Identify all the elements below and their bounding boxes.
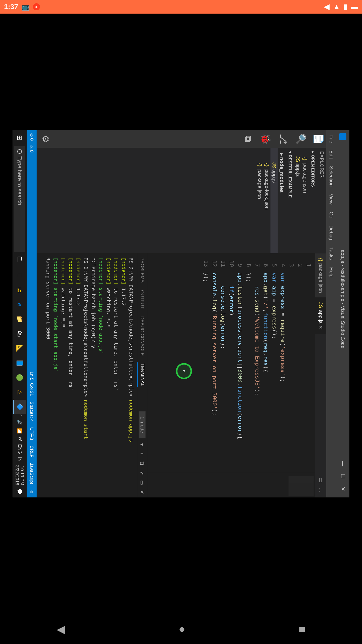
tab-file-icon: JS [318, 302, 324, 308]
menu-go[interactable]: Go [328, 209, 335, 221]
code-line[interactable]: if(error) [227, 272, 236, 472]
line-number: 1 [304, 253, 313, 267]
taskbar-app-2[interactable]: e [13, 298, 26, 312]
dropdown-icon[interactable]: ▾ [139, 443, 145, 446]
nav-recent-button[interactable]: ■ [299, 623, 305, 635]
panel-tab-problems[interactable]: PROBLEMS [137, 256, 147, 284]
tray-icon-0[interactable]: ^ [17, 414, 22, 416]
tray-time[interactable]: 10:19 PM [20, 465, 25, 485]
file-item[interactable]: {}package-lock.json [263, 148, 270, 253]
status-item[interactable]: JavaScript [29, 463, 34, 484]
line-number: 3 [287, 253, 296, 267]
code-line[interactable]: }); [202, 272, 210, 472]
start-button[interactable]: ⊞ [13, 131, 26, 145]
terminal-line: [nodemon] to restart at any time, enter … [67, 257, 75, 493]
code-area[interactable]: var express = require('express');var app… [147, 270, 315, 472]
new-terminal-icon[interactable]: ＋ [139, 451, 146, 456]
file-type-icon: JS [295, 156, 301, 161]
status-item[interactable]: UTF-8 [29, 427, 34, 440]
code-line[interactable]: app.get('/',function(req,res){ [261, 272, 270, 472]
nav-back-phone-icon[interactable]: ◀ [324, 3, 330, 10]
notifications-button[interactable]: 💬 [17, 489, 22, 494]
status-item[interactable]: Ln 5, Col 31 [29, 372, 34, 396]
taskbar-app-9[interactable]: 🔷 [13, 400, 26, 414]
editor-pane[interactable]: 12345678910111213 var express = require(… [147, 253, 315, 497]
project-label[interactable]: RESTFULLEXAMPLE [288, 155, 292, 198]
tray-icon-5[interactable]: IN [17, 457, 22, 462]
status-item[interactable]: ☺ [29, 490, 34, 494]
code-line[interactable]: app.listen(process.env.port||3000,functi… [236, 272, 244, 472]
window-close-button[interactable]: ✕ [340, 483, 346, 494]
tray-icon-1[interactable]: 🔊 [17, 420, 22, 425]
menu-edit[interactable]: Edit [328, 147, 335, 162]
taskbar-app-5[interactable]: 📐 [13, 341, 26, 355]
taskbar-app-8[interactable]: ⚠ [13, 385, 26, 399]
search-icon [17, 149, 22, 154]
task-view-button[interactable]: 🗔 [13, 252, 26, 266]
terminal-body[interactable]: PS D:\MY DATA\Projects\nodejs\restfullex… [37, 253, 137, 497]
code-line[interactable]: res.send('Welcome to ExpressJS'); [253, 272, 261, 472]
activity-item-0[interactable]: 📄 [313, 133, 324, 145]
status-item[interactable]: ⚠ 0 [29, 145, 34, 152]
taskbar-app-3[interactable]: 📁 [13, 312, 26, 326]
nav-back-button[interactable]: ◀ [57, 623, 65, 635]
code-line[interactable]: }); [244, 272, 253, 472]
taskbar-app-7[interactable]: 🟢 [13, 371, 26, 385]
menu-view[interactable]: View [328, 191, 335, 208]
status-item[interactable]: Spaces: 4 [29, 401, 34, 422]
terminal-split-icon[interactable]: ⤢ [139, 471, 145, 475]
line-number: 10 [227, 253, 236, 267]
menu-tasks[interactable]: Tasks [328, 244, 335, 263]
code-line[interactable]: console.log('Running server on port 3000… [210, 272, 219, 472]
menu-selection[interactable]: Selection [328, 163, 335, 190]
tray-icon-3[interactable]: 🗲 [17, 437, 22, 441]
tray-icon-2[interactable]: 📶 [17, 428, 22, 434]
panel-tab-debug-console[interactable]: DEBUG CONSOLE [137, 315, 147, 357]
maximize-panel-icon[interactable]: ▭ [139, 480, 145, 485]
open-editor-item[interactable]: JSapp.js [294, 148, 301, 253]
more-icon[interactable]: … [318, 487, 324, 493]
activity-item-3[interactable]: 🐞 [260, 133, 271, 145]
open-editor-item[interactable]: {}package.json [301, 148, 309, 253]
activity-bar: 📄🔍⎇🐞⧉⚙ [37, 130, 326, 148]
menu-debug[interactable]: Debug [328, 222, 335, 243]
minimap[interactable] [147, 472, 315, 497]
taskbar-app-1[interactable]: 🗂 [13, 283, 26, 297]
tab-close-icon[interactable]: ✕ [318, 326, 324, 329]
kill-terminal-icon[interactable]: 🗑 [139, 461, 145, 466]
tray-date[interactable]: 3/22/2018 [15, 465, 20, 485]
panel-tab-output[interactable]: OUTPUT [137, 289, 147, 310]
menu-file[interactable]: File [328, 132, 335, 146]
close-panel-icon[interactable]: ✕ [139, 490, 145, 494]
editor-tab[interactable]: {}package.json [315, 253, 326, 298]
window-min-button[interactable]: — [340, 458, 346, 469]
activity-item-5[interactable]: ⚙ [40, 135, 51, 143]
terminal-selector[interactable]: 1: node [139, 411, 146, 438]
taskbar-app-0[interactable]: ⊞ [13, 268, 26, 283]
open-editors-label[interactable]: OPEN EDITORS [310, 155, 315, 187]
tray-icon-4[interactable]: ENG [17, 444, 22, 454]
activity-item-1[interactable]: 🔍 [296, 133, 306, 145]
status-item[interactable]: CRLF [29, 446, 34, 457]
taskbar-app-6[interactable]: 📘 [13, 356, 26, 370]
terminal-line: [nodemon] 1.17.2 [120, 257, 127, 493]
window-max-button[interactable]: ☐ [340, 471, 346, 482]
code-line[interactable]: var app = express(); [270, 272, 279, 472]
line-number: 7 [253, 253, 261, 267]
code-line[interactable]: console.log(error); [219, 272, 227, 472]
nav-home-button[interactable]: ● [178, 623, 185, 635]
activity-item-4[interactable]: ⧉ [243, 136, 253, 142]
file-item[interactable]: {}package.json [256, 148, 263, 253]
menu-help[interactable]: Help [328, 264, 335, 280]
editor-tab[interactable]: JSapp.js✕ [315, 298, 326, 334]
line-number: 4 [279, 253, 287, 267]
taskbar-search[interactable]: Type here to search [14, 146, 25, 252]
panel-tab-terminal[interactable]: TERMINAL [137, 362, 147, 387]
taskbar-app-4[interactable]: 🛍 [13, 327, 26, 341]
code-line[interactable]: var express = require('express'); [279, 272, 287, 472]
split-editor-icon[interactable]: ▭ [318, 477, 324, 483]
file-item[interactable]: JSapp.js [270, 148, 278, 253]
folder-item[interactable]: node_modules [278, 148, 286, 253]
status-item[interactable]: ⊘ 0 [29, 133, 34, 141]
activity-item-2[interactable]: ⎇ [278, 134, 289, 144]
